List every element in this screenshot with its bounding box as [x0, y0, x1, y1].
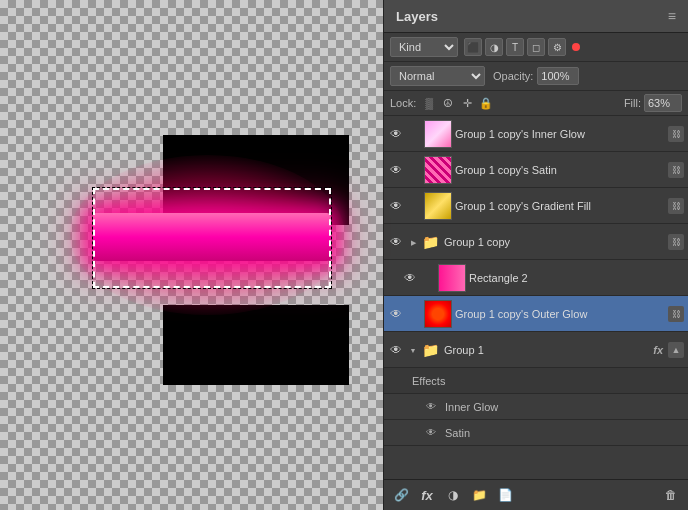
- lock-label: Lock:: [390, 97, 416, 109]
- lock-row: Lock: ▒ ☮ ✛ 🔒 Fill:: [384, 91, 688, 116]
- group1copy-folder-icon: 📁: [422, 234, 439, 250]
- group1-folder-icon: 📁: [422, 342, 439, 358]
- opacity-input[interactable]: [537, 67, 579, 85]
- panel-title: Layers: [396, 9, 438, 24]
- link-badge-inner-glow[interactable]: ⛓: [668, 126, 684, 142]
- effect-name-satin: Satin: [445, 427, 470, 439]
- effect-satin-item[interactable]: 👁 Satin: [384, 420, 688, 446]
- visibility-eye-gradient[interactable]: 👁: [388, 198, 404, 214]
- layer-name-inner-glow: Group 1 copy's Inner Glow: [455, 128, 665, 140]
- visibility-eye-outer-glow[interactable]: 👁: [388, 306, 404, 322]
- bottom-toolbar: 🔗 fx ◑ 📁 📄 🗑: [384, 479, 688, 510]
- layer-name-group1copy: Group 1 copy: [444, 236, 665, 248]
- link-badge-satin[interactable]: ⛓: [668, 162, 684, 178]
- fx-icon-outer-glow: [407, 307, 421, 321]
- link-badge-outer-glow[interactable]: ⛓: [668, 306, 684, 322]
- visibility-eye-rect2[interactable]: 👁: [402, 270, 418, 286]
- new-group-button[interactable]: 📁: [468, 484, 490, 506]
- visibility-eye-inner-glow[interactable]: 👁: [388, 126, 404, 142]
- canvas-bar: [93, 213, 331, 261]
- layer-name-group1: Group 1: [444, 344, 650, 356]
- lock-transparent-icon[interactable]: ▒: [421, 95, 437, 111]
- group1-expand-arrow[interactable]: [407, 344, 419, 356]
- fx-icon-satin: [407, 163, 421, 177]
- type-filter-icon[interactable]: T: [506, 38, 524, 56]
- delete-layer-button[interactable]: 🗑: [660, 484, 682, 506]
- link-badge-group1[interactable]: ▲: [668, 342, 684, 358]
- layer-thumb-satin: [424, 156, 452, 184]
- fx-icon-rect2: [421, 271, 435, 285]
- layer-thumb-rect2: [438, 264, 466, 292]
- filter-active-dot: [572, 43, 580, 51]
- layer-name-outer-glow: Group 1 copy's Outer Glow: [455, 308, 665, 320]
- smart-filter-icon[interactable]: ⚙: [548, 38, 566, 56]
- layers-list: 👁 Group 1 copy's Inner Glow ⛓ 👁 Group 1 …: [384, 116, 688, 479]
- add-adjustment-button[interactable]: ◑: [442, 484, 464, 506]
- canvas-black-rect-bottom: [163, 305, 349, 385]
- pixel-filter-icon[interactable]: ⬛: [464, 38, 482, 56]
- kind-select[interactable]: Kind Name Effect: [390, 37, 458, 57]
- group1copy-expand-arrow[interactable]: [407, 236, 419, 248]
- effect-inner-glow-item[interactable]: 👁 Inner Glow: [384, 394, 688, 420]
- fill-input[interactable]: [644, 94, 682, 112]
- effect-eye-inner-glow[interactable]: 👁: [424, 400, 438, 414]
- panel-header: Layers ≡: [384, 0, 688, 33]
- panel-hamburger-icon[interactable]: ≡: [668, 8, 676, 24]
- layer-name-gradient: Group 1 copy's Gradient Fill: [455, 200, 665, 212]
- layer-item-rect2[interactable]: 👁 Rectangle 2: [384, 260, 688, 296]
- layer-item-outer-glow[interactable]: 👁 Group 1 copy's Outer Glow ⛓: [384, 296, 688, 332]
- layer-item-group1[interactable]: 👁 📁 Group 1 fx ▲: [384, 332, 688, 368]
- visibility-eye-satin[interactable]: 👁: [388, 162, 404, 178]
- add-fx-button[interactable]: fx: [416, 484, 438, 506]
- layer-name-rect2: Rectangle 2: [469, 272, 684, 284]
- visibility-eye-group1copy[interactable]: 👁: [388, 234, 404, 250]
- link-layers-button[interactable]: 🔗: [390, 484, 412, 506]
- adjustment-filter-icon[interactable]: ◑: [485, 38, 503, 56]
- filter-icons: ⬛ ◑ T ◻ ⚙: [464, 38, 566, 56]
- effect-eye-satin[interactable]: 👁: [424, 426, 438, 440]
- canvas-area: [0, 0, 383, 510]
- layer-thumb-gradient: [424, 192, 452, 220]
- link-badge-group1copy[interactable]: ⛓: [668, 234, 684, 250]
- new-layer-button[interactable]: 📄: [494, 484, 516, 506]
- layer-item-satin[interactable]: 👁 Group 1 copy's Satin ⛓: [384, 152, 688, 188]
- blend-mode-select[interactable]: Normal Multiply Screen Overlay: [390, 66, 485, 86]
- lock-image-icon[interactable]: ☮: [440, 95, 456, 111]
- layer-item-gradient-fill[interactable]: 👁 Group 1 copy's Gradient Fill ⛓: [384, 188, 688, 224]
- layer-item-group1-copy[interactable]: 👁 📁 Group 1 copy ⛓: [384, 224, 688, 260]
- layer-thumb-inner-glow: [424, 120, 452, 148]
- visibility-eye-group1[interactable]: 👁: [388, 342, 404, 358]
- group1-fx-badge: fx: [653, 344, 663, 356]
- fill-label: Fill:: [624, 97, 641, 109]
- layer-thumb-outer-glow: [424, 300, 452, 328]
- fx-icon-inner-glow: [407, 127, 421, 141]
- filter-row: Kind Name Effect ⬛ ◑ T ◻ ⚙: [384, 33, 688, 62]
- layer-item-inner-glow[interactable]: 👁 Group 1 copy's Inner Glow ⛓: [384, 116, 688, 152]
- layers-panel: Layers ≡ Kind Name Effect ⬛ ◑ T ◻ ⚙ Norm…: [383, 0, 688, 510]
- blend-mode-row: Normal Multiply Screen Overlay Opacity:: [384, 62, 688, 91]
- effect-name-inner-glow: Inner Glow: [445, 401, 498, 413]
- fx-icon-gradient: [407, 199, 421, 213]
- shape-filter-icon[interactable]: ◻: [527, 38, 545, 56]
- link-badge-gradient[interactable]: ⛓: [668, 198, 684, 214]
- layer-name-satin: Group 1 copy's Satin: [455, 164, 665, 176]
- effects-header-item: Effects: [384, 368, 688, 394]
- opacity-label: Opacity:: [493, 70, 533, 82]
- effects-label: Effects: [412, 375, 445, 387]
- lock-position-icon[interactable]: ✛: [459, 95, 475, 111]
- lock-all-icon[interactable]: 🔒: [478, 95, 494, 111]
